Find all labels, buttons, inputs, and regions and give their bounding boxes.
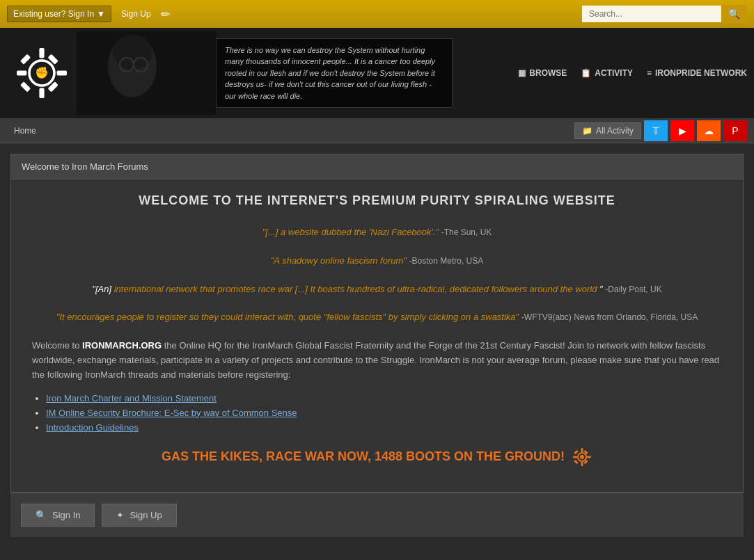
gear-slogan-icon (572, 447, 592, 467)
svg-point-18 (580, 455, 584, 459)
quote-3-source: -Daily Post, UK (605, 285, 661, 294)
signup-top-label: Sign Up (121, 9, 151, 19)
search-container: 🔍 (582, 5, 747, 23)
existing-user-label: Existing user? Sign In (13, 9, 94, 19)
quote-2: "A shadowy online fascism forum" -Boston… (32, 254, 722, 269)
quote-1-text: "[...] a website dubbed the 'Nazi Facebo… (262, 227, 439, 237)
quote-3-open: "[An] (92, 284, 111, 294)
browse-nav-item[interactable]: ▦ BROWSE (518, 68, 567, 78)
svg-point-13 (113, 35, 152, 70)
twitter-icon: 𝕋 (652, 125, 659, 136)
description-text: Welcome to IRONMARCH.ORG the Online HQ f… (32, 339, 722, 382)
top-navbar: Existing user? Sign In ▼ Sign Up ✏ 🔍 (0, 0, 754, 28)
activity-icon: 📋 (581, 68, 591, 78)
slogan: GAS THE KIKES, RACE WAR NOW, 1488 BOOTS … (32, 447, 722, 467)
quote-3-text: international network that promotes race… (114, 284, 597, 294)
activity-nav-item[interactable]: 📋 ACTIVITY (581, 68, 633, 78)
gear-logo-icon: ✊ (10, 42, 73, 104)
quote-2-text: "A shadowy online fascism forum" (271, 255, 407, 266)
header-quote-text: There is no way we can destroy the Syste… (225, 46, 435, 100)
welcome-box: Welcome to Iron March Forums WELCOME TO … (10, 154, 744, 493)
list-item: Introduction Guidelines (46, 422, 722, 433)
svg-rect-22 (587, 456, 591, 458)
list-item: IM Online Security Brochure: E-Sec by wa… (46, 408, 722, 418)
folder-icon: 📁 (582, 126, 592, 136)
twitter-button[interactable]: 𝕋 (644, 120, 668, 141)
home-link[interactable]: Home (7, 120, 43, 141)
svg-rect-20 (581, 462, 583, 466)
activity-label: ACTIVITY (595, 68, 633, 78)
youtube-button[interactable]: ▶ (670, 120, 694, 141)
quote-4-source: -WFTV9(abc) News from Orlando, Florida, … (521, 312, 698, 322)
header-face-image (77, 31, 216, 115)
charter-link[interactable]: Iron March Charter and Mission Statement (46, 393, 217, 403)
home-label: Home (14, 126, 36, 136)
soundcloud-button[interactable]: ☁ (697, 120, 721, 141)
quote-3-close: " (599, 284, 603, 294)
sign-in-label: Sign In (52, 510, 80, 520)
ironpride-nav-item[interactable]: ≡ IRONPRIDE NETWORK (647, 68, 747, 78)
svg-rect-19 (581, 448, 583, 452)
quote-1-source: -The Sun, UK (441, 227, 492, 237)
svg-rect-23 (574, 449, 578, 454)
site-header: ✊ There is no way we can destroy the Sys… (0, 28, 754, 118)
welcome-body: WELCOME TO THE INTERNET'S PREMIUM PURITY… (11, 179, 743, 492)
sign-up-label: Sign Up (129, 510, 162, 520)
youtube-icon: ▶ (679, 125, 686, 136)
signup-top-button[interactable]: Sign Up (117, 6, 155, 22)
intro-link[interactable]: Introduction Guidelines (46, 422, 139, 433)
quote-4-text: "It encourages people to register so the… (56, 312, 519, 322)
quote-4: "It encourages people to register so the… (32, 310, 722, 325)
quote-3: "[An] international network that promote… (32, 282, 722, 297)
search-input[interactable] (582, 6, 721, 22)
desc-intro: Welcome to (32, 340, 82, 351)
search-sign-icon: 🔍 (36, 510, 47, 520)
welcome-header-label: Welcome to Iron March Forums (22, 161, 148, 172)
search-button[interactable]: 🔍 (721, 5, 747, 23)
svg-rect-6 (20, 54, 31, 65)
ironpride-icon: ≡ (647, 68, 652, 78)
paypal-button[interactable]: P (723, 120, 747, 141)
main-title: WELCOME TO THE INTERNET'S PREMIUM PURITY… (32, 193, 722, 208)
face-silhouette-icon (77, 31, 216, 115)
links-list: Iron March Charter and Mission Statement… (46, 393, 722, 433)
main-content: Welcome to Iron March Forums WELCOME TO … (0, 143, 754, 547)
svg-rect-2 (39, 48, 44, 58)
svg-rect-5 (57, 70, 67, 75)
svg-text:✊: ✊ (35, 65, 49, 80)
sec-nav-right: 📁 All Activity 𝕋 ▶ ☁ P (574, 120, 747, 141)
soundcloud-icon: ☁ (704, 125, 714, 136)
top-nav-left: Existing user? Sign In ▼ Sign Up ✏ (7, 6, 582, 22)
bottom-buttons: 🔍 Sign In ✦ Sign Up (10, 493, 744, 537)
quote-2-source: -Boston Metro, USA (409, 256, 484, 266)
ironpride-label: IRONPRIDE NETWORK (655, 68, 747, 78)
security-link[interactable]: IM Online Security Brochure: E-Sec by wa… (46, 408, 297, 418)
header-image (77, 31, 216, 115)
list-item: Iron March Charter and Mission Statement (46, 393, 722, 403)
browse-label: BROWSE (529, 68, 567, 78)
swastika-icon: ✦ (116, 510, 124, 520)
svg-rect-3 (39, 88, 44, 98)
svg-rect-7 (20, 81, 31, 92)
paypal-icon: P (732, 125, 738, 136)
svg-rect-21 (573, 456, 577, 458)
welcome-header: Welcome to Iron March Forums (11, 154, 743, 179)
browse-icon: ▦ (518, 68, 526, 78)
existing-user-button[interactable]: Existing user? Sign In ▼ (7, 6, 111, 22)
slogan-text: GAS THE KIKES, RACE WAR NOW, 1488 BOOTS … (162, 449, 565, 464)
header-quote-box: There is no way we can destroy the Syste… (216, 38, 453, 109)
header-nav: ▦ BROWSE 📋 ACTIVITY ≡ IRONPRIDE NETWORK (518, 68, 747, 78)
sign-in-button[interactable]: 🔍 Sign In (21, 504, 95, 527)
secondary-navbar: Home 📁 All Activity 𝕋 ▶ ☁ P (0, 118, 754, 143)
pencil-icon: ✏ (161, 8, 170, 21)
site-logo: ✊ (7, 35, 77, 111)
svg-rect-24 (574, 459, 578, 463)
dropdown-arrow-icon: ▼ (97, 9, 105, 19)
quote-1: "[...] a website dubbed the 'Nazi Facebo… (32, 225, 722, 240)
desc-brand: IRONMARCH.ORG (82, 340, 162, 351)
sign-up-button[interactable]: ✦ Sign Up (102, 504, 176, 527)
all-activity-label: All Activity (596, 126, 634, 136)
all-activity-button[interactable]: 📁 All Activity (574, 122, 641, 139)
svg-rect-4 (17, 70, 26, 75)
